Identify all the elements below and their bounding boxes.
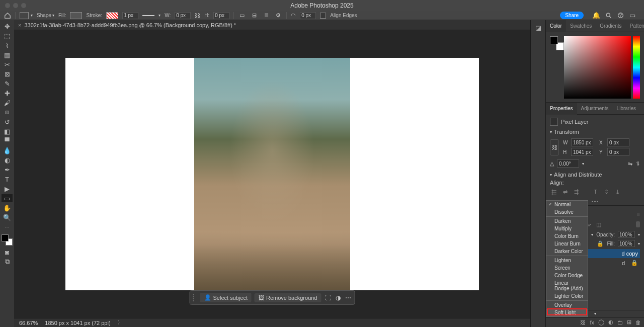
link-dimensions-icon[interactable]: ⛓ [550,139,559,155]
frame-tool[interactable]: ⊠ [2,70,13,78]
link-wh-icon[interactable]: ⛓ [195,13,200,19]
blend-mode-menu[interactable]: Normal Dissolve Darken Multiply Color Bu… [546,200,588,317]
path-ops-icon[interactable]: ▭ [238,12,246,19]
screen-mode-icon[interactable]: ⧉ [2,258,13,266]
edit-toolbar[interactable]: ⋯ [2,223,13,231]
color-field[interactable] [564,36,631,99]
opacity-input[interactable] [618,231,635,238]
height-input[interactable] [213,12,229,19]
eyedropper-tool[interactable]: ✎ [2,79,13,88]
notifications-icon[interactable]: 🔔 [593,12,600,19]
transform-h[interactable] [571,148,593,156]
radius-input[interactable] [300,12,316,19]
zoom-tool[interactable]: 🔍 [2,213,13,221]
blend-darkercolor[interactable]: Darker Color [546,248,588,255]
eraser-tool[interactable]: ◧ [2,127,13,135]
fg-bg-swatch[interactable] [550,36,561,47]
stamp-tool[interactable]: ⧈ [2,108,13,116]
gradient-tool[interactable]: ▀ [2,137,13,145]
tab-patterns[interactable]: Patterns [626,20,644,32]
object-select-tool[interactable]: ▦ [2,51,13,59]
stroke-style[interactable] [142,15,154,16]
tab-swatches[interactable]: Swatches [566,20,596,32]
filter-toggle[interactable] [636,221,640,227]
path-select-tool[interactable]: ▶ [2,185,13,193]
more-icon[interactable]: ⋯ [345,294,352,301]
share-button[interactable]: Share [560,12,584,19]
mask-icon[interactable]: ◯ [598,319,604,325]
blend-dissolve[interactable]: Dissolve [546,208,588,216]
move-tool[interactable]: ✥ [2,22,13,30]
transform-x[interactable] [607,138,629,146]
tab-properties[interactable]: Properties [546,103,577,115]
rectangle-tool[interactable]: ▭ [2,194,13,202]
blend-lightercolor[interactable]: Lighter Color [546,292,588,300]
stroke-swatch[interactable] [106,12,118,19]
transform-section[interactable]: ▾Transform [550,129,640,135]
type-tool[interactable]: T [2,175,13,183]
panel-menu-icon[interactable]: ≡ [637,211,640,217]
align-left-icon[interactable]: ⬱ [550,188,558,196]
lasso-tool[interactable]: ⌇ [2,41,13,49]
path-arrange-icon[interactable]: ≣ [262,12,270,19]
align-section[interactable]: ▾Align and Distribute [550,172,640,178]
blend-overlay[interactable]: Overlay [546,301,588,309]
tab-libraries[interactable]: Libraries [613,103,640,115]
adjustment-layer-icon[interactable]: ◐ [608,319,613,325]
zoom-level[interactable]: 66.67% [19,320,38,326]
flip-h-icon[interactable]: ⇋ [628,160,632,167]
panel-toggle-icon[interactable]: ◪ [535,24,541,327]
path-align-icon[interactable]: ⊟ [250,12,258,19]
select-subject-button[interactable]: 👤 Select subject [200,293,252,302]
hue-slider[interactable] [633,36,640,99]
blend-lineardodge[interactable]: Linear Dodge (Add) [546,279,588,292]
blend-darken[interactable]: Darken [546,217,588,225]
tab-adjustments[interactable]: Adjustments [577,103,613,115]
angle-input[interactable] [557,159,579,168]
hand-tool[interactable]: ✋ [2,204,13,212]
stroke-width-input[interactable] [122,12,138,19]
document-tab[interactable]: × 3302c1fa-38ab-47d3-8b72-addd949fb3ea.p… [18,22,236,28]
gear-icon[interactable]: ⚙ [274,12,282,19]
align-bottom-icon[interactable]: ⤓ [613,188,621,196]
chevron-down-icon[interactable]: ▾ [594,311,596,316]
align-top-icon[interactable]: ⤒ [591,188,599,196]
blend-colordodge[interactable]: Color Dodge [546,272,588,279]
transform-w[interactable] [571,138,593,146]
document-canvas[interactable] [65,58,479,290]
workspace-icon[interactable]: ▭ [629,12,636,19]
fill-swatch[interactable] [70,12,82,19]
group-icon[interactable]: 🗀 [617,319,623,325]
crop-tool[interactable]: ✂ [2,60,13,68]
transform-icon[interactable]: ⛶ [325,294,332,301]
canvas-area[interactable]: 👤 Select subject 🖼 Remove background ⛶ ◑… [14,30,530,318]
close-tab-icon[interactable]: × [18,22,21,28]
width-input[interactable] [175,12,191,19]
dodge-tool[interactable]: ◐ [2,156,13,164]
fill-input[interactable] [618,240,635,247]
blend-normal[interactable]: Normal [546,201,588,208]
minimize-window[interactable] [13,3,18,8]
quick-mask-icon[interactable]: ◙ [2,248,13,256]
brush-tool[interactable]: 🖌 [2,99,13,107]
blend-colorburn[interactable]: Color Burn [546,232,588,240]
drag-handle-icon[interactable] [193,293,196,302]
tab-gradients[interactable]: Gradients [596,20,625,32]
zoom-window[interactable] [21,3,26,8]
pen-tool[interactable]: ✒ [2,166,13,174]
transform-y[interactable] [607,148,629,156]
filter-smart-icon[interactable]: ◫ [595,221,602,228]
lock-all-icon[interactable]: 🔒 [597,240,604,247]
tool-mode-dropdown[interactable]: Shape ▾ [37,13,54,18]
remove-background-button[interactable]: 🖼 Remove background [255,293,321,302]
fg-bg-colors[interactable] [2,234,13,246]
adjust-icon[interactable]: ◑ [335,294,342,301]
status-chevron-icon[interactable]: 〉 [118,319,122,326]
new-layer-icon[interactable]: ⊞ [627,319,631,325]
search-icon[interactable] [605,12,612,19]
history-brush-tool[interactable]: ↺ [2,118,13,126]
marquee-tool[interactable]: ⬚ [2,32,13,40]
help-icon[interactable]: ? [617,12,624,19]
delete-icon[interactable]: 🗑 [635,319,641,325]
shape-preview[interactable] [20,12,29,19]
